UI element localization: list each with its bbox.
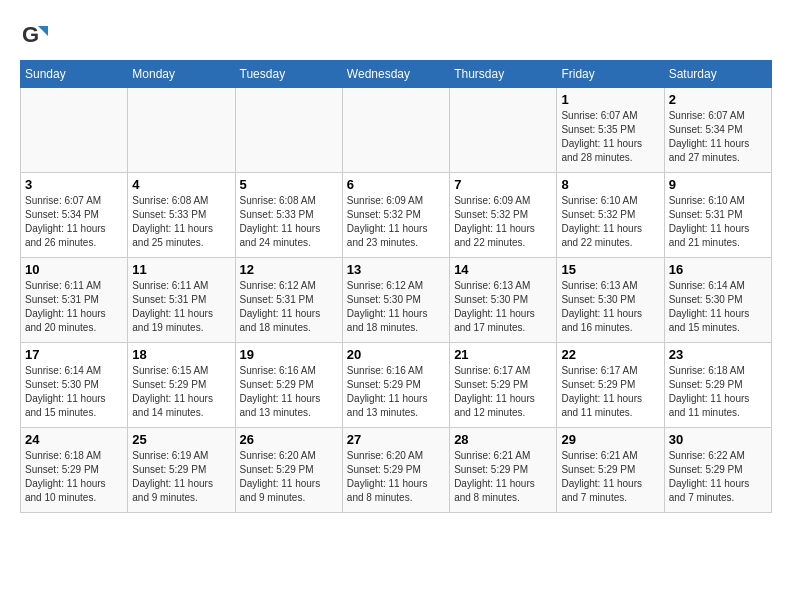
day-info: Sunrise: 6:14 AM Sunset: 5:30 PM Dayligh… [669, 279, 767, 335]
calendar-cell: 30Sunrise: 6:22 AM Sunset: 5:29 PM Dayli… [664, 428, 771, 513]
calendar-cell [235, 88, 342, 173]
calendar-cell: 13Sunrise: 6:12 AM Sunset: 5:30 PM Dayli… [342, 258, 449, 343]
day-number: 17 [25, 347, 123, 362]
day-info: Sunrise: 6:18 AM Sunset: 5:29 PM Dayligh… [25, 449, 123, 505]
calendar-cell [21, 88, 128, 173]
day-info: Sunrise: 6:16 AM Sunset: 5:29 PM Dayligh… [347, 364, 445, 420]
day-info: Sunrise: 6:08 AM Sunset: 5:33 PM Dayligh… [240, 194, 338, 250]
calendar-week-3: 10Sunrise: 6:11 AM Sunset: 5:31 PM Dayli… [21, 258, 772, 343]
day-number: 8 [561, 177, 659, 192]
day-info: Sunrise: 6:12 AM Sunset: 5:31 PM Dayligh… [240, 279, 338, 335]
day-number: 27 [347, 432, 445, 447]
calendar-week-4: 17Sunrise: 6:14 AM Sunset: 5:30 PM Dayli… [21, 343, 772, 428]
calendar-cell: 23Sunrise: 6:18 AM Sunset: 5:29 PM Dayli… [664, 343, 771, 428]
day-info: Sunrise: 6:17 AM Sunset: 5:29 PM Dayligh… [454, 364, 552, 420]
day-info: Sunrise: 6:10 AM Sunset: 5:31 PM Dayligh… [669, 194, 767, 250]
day-number: 19 [240, 347, 338, 362]
day-info: Sunrise: 6:11 AM Sunset: 5:31 PM Dayligh… [132, 279, 230, 335]
day-info: Sunrise: 6:16 AM Sunset: 5:29 PM Dayligh… [240, 364, 338, 420]
calendar-cell [128, 88, 235, 173]
weekday-header-friday: Friday [557, 61, 664, 88]
calendar-cell: 2Sunrise: 6:07 AM Sunset: 5:34 PM Daylig… [664, 88, 771, 173]
weekday-header-thursday: Thursday [450, 61, 557, 88]
day-number: 18 [132, 347, 230, 362]
calendar-cell: 27Sunrise: 6:20 AM Sunset: 5:29 PM Dayli… [342, 428, 449, 513]
calendar-cell: 21Sunrise: 6:17 AM Sunset: 5:29 PM Dayli… [450, 343, 557, 428]
day-info: Sunrise: 6:10 AM Sunset: 5:32 PM Dayligh… [561, 194, 659, 250]
day-info: Sunrise: 6:14 AM Sunset: 5:30 PM Dayligh… [25, 364, 123, 420]
calendar-cell: 17Sunrise: 6:14 AM Sunset: 5:30 PM Dayli… [21, 343, 128, 428]
day-number: 2 [669, 92, 767, 107]
day-info: Sunrise: 6:18 AM Sunset: 5:29 PM Dayligh… [669, 364, 767, 420]
day-info: Sunrise: 6:08 AM Sunset: 5:33 PM Dayligh… [132, 194, 230, 250]
weekday-header-sunday: Sunday [21, 61, 128, 88]
day-number: 11 [132, 262, 230, 277]
calendar-cell: 3Sunrise: 6:07 AM Sunset: 5:34 PM Daylig… [21, 173, 128, 258]
day-info: Sunrise: 6:20 AM Sunset: 5:29 PM Dayligh… [347, 449, 445, 505]
day-number: 15 [561, 262, 659, 277]
calendar-body: 1Sunrise: 6:07 AM Sunset: 5:35 PM Daylig… [21, 88, 772, 513]
calendar-cell: 20Sunrise: 6:16 AM Sunset: 5:29 PM Dayli… [342, 343, 449, 428]
day-number: 1 [561, 92, 659, 107]
day-info: Sunrise: 6:22 AM Sunset: 5:29 PM Dayligh… [669, 449, 767, 505]
calendar-cell: 9Sunrise: 6:10 AM Sunset: 5:31 PM Daylig… [664, 173, 771, 258]
day-number: 20 [347, 347, 445, 362]
calendar-cell: 24Sunrise: 6:18 AM Sunset: 5:29 PM Dayli… [21, 428, 128, 513]
calendar-cell: 18Sunrise: 6:15 AM Sunset: 5:29 PM Dayli… [128, 343, 235, 428]
day-info: Sunrise: 6:12 AM Sunset: 5:30 PM Dayligh… [347, 279, 445, 335]
day-info: Sunrise: 6:13 AM Sunset: 5:30 PM Dayligh… [561, 279, 659, 335]
logo: G [20, 20, 54, 50]
day-number: 22 [561, 347, 659, 362]
day-number: 5 [240, 177, 338, 192]
weekday-header-wednesday: Wednesday [342, 61, 449, 88]
day-info: Sunrise: 6:19 AM Sunset: 5:29 PM Dayligh… [132, 449, 230, 505]
calendar-cell: 28Sunrise: 6:21 AM Sunset: 5:29 PM Dayli… [450, 428, 557, 513]
day-info: Sunrise: 6:11 AM Sunset: 5:31 PM Dayligh… [25, 279, 123, 335]
day-number: 9 [669, 177, 767, 192]
calendar-cell: 16Sunrise: 6:14 AM Sunset: 5:30 PM Dayli… [664, 258, 771, 343]
day-number: 28 [454, 432, 552, 447]
weekday-row: SundayMondayTuesdayWednesdayThursdayFrid… [21, 61, 772, 88]
day-number: 21 [454, 347, 552, 362]
day-info: Sunrise: 6:07 AM Sunset: 5:35 PM Dayligh… [561, 109, 659, 165]
calendar-cell [342, 88, 449, 173]
calendar-cell [450, 88, 557, 173]
calendar-cell: 12Sunrise: 6:12 AM Sunset: 5:31 PM Dayli… [235, 258, 342, 343]
calendar-cell: 15Sunrise: 6:13 AM Sunset: 5:30 PM Dayli… [557, 258, 664, 343]
calendar-week-2: 3Sunrise: 6:07 AM Sunset: 5:34 PM Daylig… [21, 173, 772, 258]
day-number: 23 [669, 347, 767, 362]
day-number: 26 [240, 432, 338, 447]
day-number: 25 [132, 432, 230, 447]
day-info: Sunrise: 6:21 AM Sunset: 5:29 PM Dayligh… [454, 449, 552, 505]
day-number: 4 [132, 177, 230, 192]
svg-marker-1 [38, 26, 48, 36]
day-number: 29 [561, 432, 659, 447]
calendar-cell: 22Sunrise: 6:17 AM Sunset: 5:29 PM Dayli… [557, 343, 664, 428]
day-number: 30 [669, 432, 767, 447]
day-info: Sunrise: 6:21 AM Sunset: 5:29 PM Dayligh… [561, 449, 659, 505]
calendar-cell: 26Sunrise: 6:20 AM Sunset: 5:29 PM Dayli… [235, 428, 342, 513]
calendar-cell: 6Sunrise: 6:09 AM Sunset: 5:32 PM Daylig… [342, 173, 449, 258]
calendar-week-5: 24Sunrise: 6:18 AM Sunset: 5:29 PM Dayli… [21, 428, 772, 513]
day-info: Sunrise: 6:15 AM Sunset: 5:29 PM Dayligh… [132, 364, 230, 420]
day-info: Sunrise: 6:13 AM Sunset: 5:30 PM Dayligh… [454, 279, 552, 335]
day-info: Sunrise: 6:17 AM Sunset: 5:29 PM Dayligh… [561, 364, 659, 420]
svg-text:G: G [22, 22, 39, 47]
calendar-cell: 19Sunrise: 6:16 AM Sunset: 5:29 PM Dayli… [235, 343, 342, 428]
day-number: 12 [240, 262, 338, 277]
day-number: 10 [25, 262, 123, 277]
day-number: 24 [25, 432, 123, 447]
day-number: 7 [454, 177, 552, 192]
logo-icon: G [20, 20, 50, 50]
day-info: Sunrise: 6:20 AM Sunset: 5:29 PM Dayligh… [240, 449, 338, 505]
day-info: Sunrise: 6:09 AM Sunset: 5:32 PM Dayligh… [347, 194, 445, 250]
day-number: 14 [454, 262, 552, 277]
day-number: 13 [347, 262, 445, 277]
day-number: 6 [347, 177, 445, 192]
calendar-week-1: 1Sunrise: 6:07 AM Sunset: 5:35 PM Daylig… [21, 88, 772, 173]
calendar-header: SundayMondayTuesdayWednesdayThursdayFrid… [21, 61, 772, 88]
page-header: G [20, 20, 772, 50]
day-info: Sunrise: 6:07 AM Sunset: 5:34 PM Dayligh… [669, 109, 767, 165]
calendar-cell: 4Sunrise: 6:08 AM Sunset: 5:33 PM Daylig… [128, 173, 235, 258]
calendar-cell: 1Sunrise: 6:07 AM Sunset: 5:35 PM Daylig… [557, 88, 664, 173]
